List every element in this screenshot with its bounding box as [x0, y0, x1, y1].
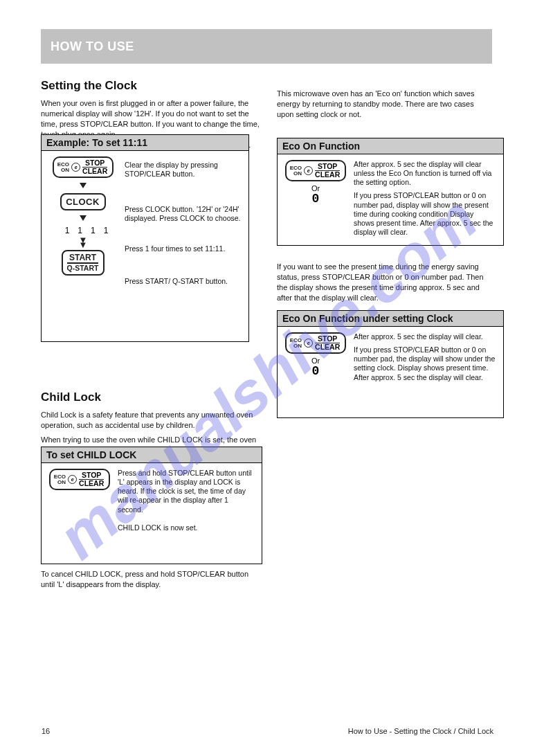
clock-button: CLOCK	[60, 193, 106, 210]
panel-eco-on-graphics: ECOON e STOPCLEAR Or 0	[284, 160, 347, 237]
stop-clear-label: STOPCLEAR	[82, 159, 107, 175]
panel-set-clock-header: Example: To set 11:11	[42, 135, 248, 151]
intro-heading: Setting the Clock	[41, 79, 262, 93]
start-qstart-button: STARTQ-START	[62, 250, 105, 276]
step-4: Press START/ Q-START button.	[125, 277, 242, 286]
panel-eco-on-header: Eco On Function	[278, 138, 503, 154]
arrow-down-icon	[80, 215, 87, 221]
panel-child-lock-body: Press and hold STOP/CLEAR button until '…	[118, 469, 255, 532]
eco-e-icon: e	[304, 339, 313, 348]
panel-set-clock: Example: To set 11:11 ECOON e STOPCLEAR …	[41, 134, 249, 342]
eco-stop-clear-button: ECOON e STOPCLEAR	[53, 156, 114, 178]
panel-child-lock: To set CHILD LOCK ECOON e STOPCLEAR Pres…	[41, 447, 262, 564]
panel-child-lock-header: To set CHILD LOCK	[42, 447, 262, 463]
footer: 16 How to Use - Setting the Clock / Chil…	[0, 727, 535, 735]
eco-clk-step-2: If you press STOP/CLEAR button or 0 on n…	[354, 345, 496, 382]
panel-eco-on: Eco On Function ECOON e STOPCLEAR Or 0 A…	[277, 138, 504, 246]
child-lock-body-text: Press and hold STOP/CLEAR button until '…	[118, 469, 255, 532]
eco-on-label: ECOON	[290, 338, 302, 348]
stop-clear-label: STOPCLEAR	[315, 163, 340, 179]
child-lock-cancel: To cancel CHILD LOCK, press and hold STO…	[41, 569, 262, 590]
stop-clear-label: STOPCLEAR	[315, 335, 340, 351]
eco-stop-clear-button: ECOON e STOPCLEAR	[49, 469, 111, 490]
digit-sequence: 1111	[64, 226, 118, 235]
eco-e-icon: e	[68, 475, 77, 484]
double-arrow-icon: ▼▼	[48, 238, 118, 247]
eco-stop-clear-button: ECOON e STOPCLEAR	[285, 160, 347, 181]
eco-step-1: After approx. 5 sec the display will cle…	[354, 160, 496, 187]
manual-page: HOW TO USE Setting the Clock When your o…	[0, 0, 535, 756]
intro-text-1: When your oven is first plugged in or af…	[41, 98, 262, 139]
eco-stop-clear-button: ECOON e STOPCLEAR	[285, 332, 347, 354]
eco-on-label: ECOON	[54, 474, 66, 484]
arrow-down-icon	[80, 183, 87, 188]
child-lock-p1: Child Lock is a safety feature that prev…	[41, 410, 262, 431]
eco-clk-step-1: After approx. 5 sec the display will cle…	[354, 332, 496, 341]
panel-child-lock-graphics: ECOON e STOPCLEAR	[48, 469, 111, 532]
panel-set-clock-steps: Clear the display by pressing STOP/CLEAR…	[125, 156, 242, 286]
stop-clear-label: STOPCLEAR	[79, 471, 104, 487]
eco-e-icon: e	[71, 163, 80, 172]
panel-eco-on-clock-graphics: ECOON e STOPCLEAR Or 0	[284, 332, 347, 382]
child-lock-heading: Child Lock	[41, 390, 262, 404]
step-2: Press CLOCK button. '12H' or '24H' displ…	[125, 205, 242, 223]
title-bar: HOW TO USE	[41, 29, 492, 64]
eco-on-mid-text: If you want to see the present time duri…	[277, 262, 493, 303]
child-lock-block: Child Lock Child Lock is a safety featur…	[41, 390, 262, 455]
footer-section-label: How to Use - Setting the Clock / Child L…	[348, 727, 493, 735]
zero-key: 0	[284, 366, 347, 376]
eco-on-label: ECOON	[290, 165, 302, 175]
eco-step-2: If you press STOP/CLEAR button or 0 on n…	[354, 191, 496, 237]
footer-page-number: 16	[42, 727, 50, 735]
eco-e-icon: e	[304, 166, 313, 175]
panel-eco-on-clock-header: Eco On Function under setting Clock	[278, 311, 503, 327]
zero-key: 0	[284, 194, 347, 204]
panel-eco-on-clock-steps: After approx. 5 sec the display will cle…	[354, 332, 496, 382]
panel-eco-on-clock: Eco On Function under setting Clock ECOO…	[277, 310, 504, 418]
step-3: Press 1 four times to set 11:11.	[125, 244, 242, 253]
eco-on-lead-text: This microwave oven has an 'Eco on' func…	[277, 89, 493, 120]
panel-set-clock-graphics: ECOON e STOPCLEAR CLOCK 1111 ▼▼ STARTQ-S…	[48, 156, 118, 286]
panel-eco-on-steps: After approx. 5 sec the display will cle…	[354, 160, 496, 237]
step-1: Clear the display by pressing STOP/CLEAR…	[125, 161, 242, 179]
eco-on-label: ECOON	[57, 162, 69, 172]
